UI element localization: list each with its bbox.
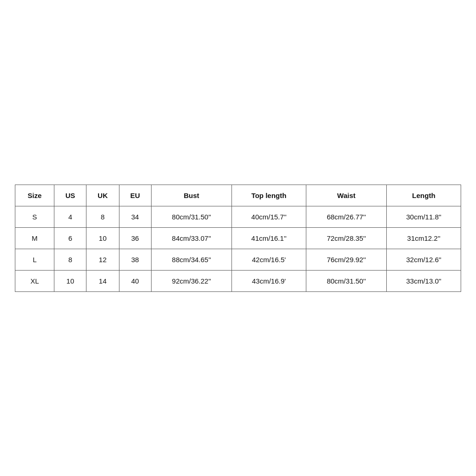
cell-waist: 76cm/29.92'' (306, 249, 386, 270)
cell-top-length: 40cm/15.7'' (232, 206, 306, 227)
cell-size: XL (15, 270, 54, 291)
cell-length: 33cm/13.0'' (387, 270, 461, 291)
cell-length: 31cm12.2'' (387, 227, 461, 249)
cell-waist: 72cm/28.35'' (306, 227, 386, 249)
cell-waist: 80cm/31.50'' (306, 270, 386, 291)
cell-bust: 80cm/31.50'' (151, 206, 231, 227)
cell-top-length: 42cm/16.5' (232, 249, 306, 270)
cell-uk: 8 (86, 206, 119, 227)
cell-bust: 92cm/36.22'' (151, 270, 231, 291)
header-uk: UK (86, 185, 119, 206)
cell-us: 6 (54, 227, 86, 249)
cell-uk: 12 (86, 249, 119, 270)
cell-size: S (15, 206, 54, 227)
cell-eu: 34 (119, 206, 151, 227)
header-size: Size (15, 185, 54, 206)
cell-length: 32cm/12.6'' (387, 249, 461, 270)
cell-size: M (15, 227, 54, 249)
cell-top-length: 43cm/16.9' (232, 270, 306, 291)
table-row: L8123888cm/34.65''42cm/16.5'76cm/29.92''… (15, 249, 461, 270)
cell-top-length: 41cm/16.1'' (232, 227, 306, 249)
header-bust: Bust (151, 185, 231, 206)
table-row: XL10144092cm/36.22''43cm/16.9'80cm/31.50… (15, 270, 461, 291)
cell-uk: 10 (86, 227, 119, 249)
cell-waist: 68cm/26.77'' (306, 206, 386, 227)
header-eu: EU (119, 185, 151, 206)
cell-uk: 14 (86, 270, 119, 291)
table-row: S483480cm/31.50''40cm/15.7''68cm/26.77''… (15, 206, 461, 227)
header-length: Length (387, 185, 461, 206)
cell-size: L (15, 249, 54, 270)
cell-us: 4 (54, 206, 86, 227)
cell-us: 10 (54, 270, 86, 291)
size-chart-container: Size US UK EU Bust Top length Waist Leng… (15, 185, 461, 292)
header-waist: Waist (306, 185, 386, 206)
cell-length: 30cm/11.8'' (387, 206, 461, 227)
cell-eu: 36 (119, 227, 151, 249)
cell-bust: 88cm/34.65'' (151, 249, 231, 270)
header-us: US (54, 185, 86, 206)
header-top-length: Top length (232, 185, 306, 206)
cell-eu: 38 (119, 249, 151, 270)
size-chart-table: Size US UK EU Bust Top length Waist Leng… (15, 185, 461, 292)
table-row: M6103684cm/33.07''41cm/16.1''72cm/28.35'… (15, 227, 461, 249)
cell-eu: 40 (119, 270, 151, 291)
cell-us: 8 (54, 249, 86, 270)
table-header-row: Size US UK EU Bust Top length Waist Leng… (15, 185, 461, 206)
cell-bust: 84cm/33.07'' (151, 227, 231, 249)
